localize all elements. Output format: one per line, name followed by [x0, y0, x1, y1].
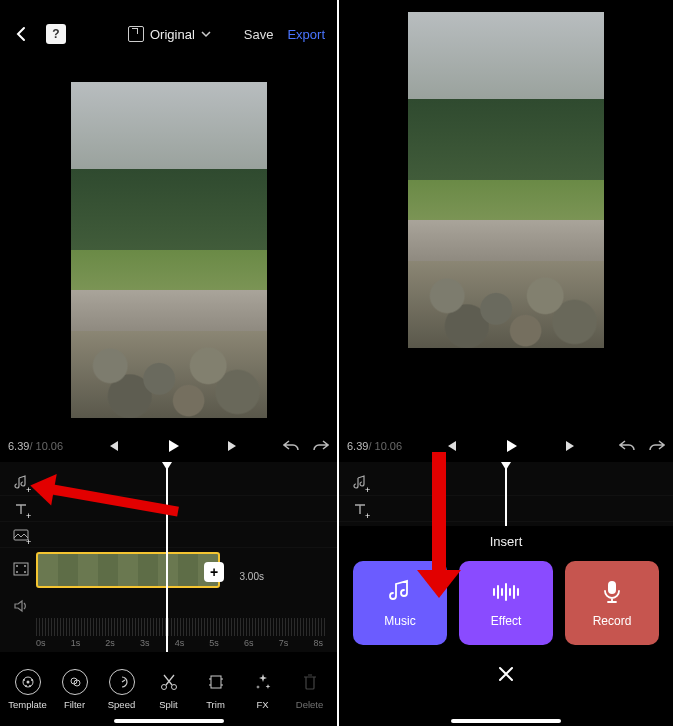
- clip-duration: 3.00s: [240, 571, 264, 582]
- redo-button[interactable]: [647, 437, 665, 455]
- svg-point-8: [23, 679, 25, 681]
- music-icon: [386, 578, 414, 606]
- aspect-ratio-dropdown[interactable]: Original: [128, 26, 211, 42]
- home-indicator: [114, 719, 224, 723]
- video-preview[interactable]: [71, 82, 267, 418]
- speed-button[interactable]: Speed: [99, 669, 145, 710]
- close-button[interactable]: [497, 665, 515, 683]
- annotation-arrow: [423, 452, 447, 592]
- chevron-down-icon: [201, 29, 211, 39]
- next-button[interactable]: [562, 437, 580, 455]
- undo-button[interactable]: [283, 437, 301, 455]
- next-button[interactable]: [224, 437, 242, 455]
- template-button[interactable]: Template: [5, 669, 51, 710]
- timeline[interactable]: + +: [339, 462, 673, 526]
- video-track-icon: [10, 560, 32, 578]
- add-audio-track-icon[interactable]: +: [349, 474, 371, 492]
- export-button[interactable]: Export: [287, 27, 325, 42]
- svg-point-5: [24, 571, 26, 573]
- svg-rect-1: [14, 563, 28, 575]
- volume-track-icon[interactable]: [10, 597, 32, 615]
- time-total: / 10.06: [29, 440, 63, 452]
- svg-rect-17: [608, 581, 616, 594]
- redo-button[interactable]: [311, 437, 329, 455]
- add-image-track-icon[interactable]: +: [10, 526, 32, 544]
- add-clip-button[interactable]: +: [204, 562, 224, 582]
- home-indicator: [451, 719, 561, 723]
- microphone-icon: [598, 578, 626, 606]
- time-current: 6.39: [8, 440, 29, 452]
- playhead[interactable]: [505, 462, 507, 526]
- time-total: / 10.06: [368, 440, 402, 452]
- play-button[interactable]: [502, 437, 520, 455]
- svg-point-14: [161, 684, 166, 689]
- audio-waveform: [36, 618, 327, 636]
- video-clip[interactable]: + 3.00s: [36, 552, 220, 588]
- svg-point-15: [171, 684, 176, 689]
- fx-button[interactable]: FX: [240, 669, 286, 710]
- trim-button[interactable]: Trim: [193, 669, 239, 710]
- help-button[interactable]: ?: [46, 24, 66, 44]
- svg-point-9: [31, 679, 33, 681]
- insert-record-button[interactable]: Record: [565, 561, 659, 645]
- add-text-track-icon[interactable]: +: [10, 500, 32, 518]
- insert-title: Insert: [490, 534, 523, 549]
- video-preview[interactable]: [408, 12, 604, 348]
- save-button[interactable]: Save: [244, 27, 274, 42]
- filter-button[interactable]: Filter: [52, 669, 98, 710]
- undo-button[interactable]: [619, 437, 637, 455]
- add-text-track-icon[interactable]: +: [349, 500, 371, 518]
- play-button[interactable]: [164, 437, 182, 455]
- svg-point-7: [26, 680, 29, 683]
- svg-point-3: [16, 571, 18, 573]
- aspect-label: Original: [150, 27, 195, 42]
- expand-icon: [128, 26, 144, 42]
- time-current: 6.39: [347, 440, 368, 452]
- svg-point-10: [25, 685, 27, 687]
- back-button[interactable]: [12, 24, 32, 44]
- prev-button[interactable]: [104, 437, 122, 455]
- delete-button[interactable]: Delete: [287, 669, 333, 710]
- svg-point-2: [16, 565, 18, 567]
- svg-point-4: [24, 565, 26, 567]
- effect-icon: [492, 578, 520, 606]
- playhead[interactable]: [166, 462, 168, 652]
- split-button[interactable]: Split: [146, 669, 192, 710]
- svg-rect-16: [211, 676, 221, 688]
- svg-point-11: [29, 685, 31, 687]
- insert-effect-button[interactable]: Effect: [459, 561, 553, 645]
